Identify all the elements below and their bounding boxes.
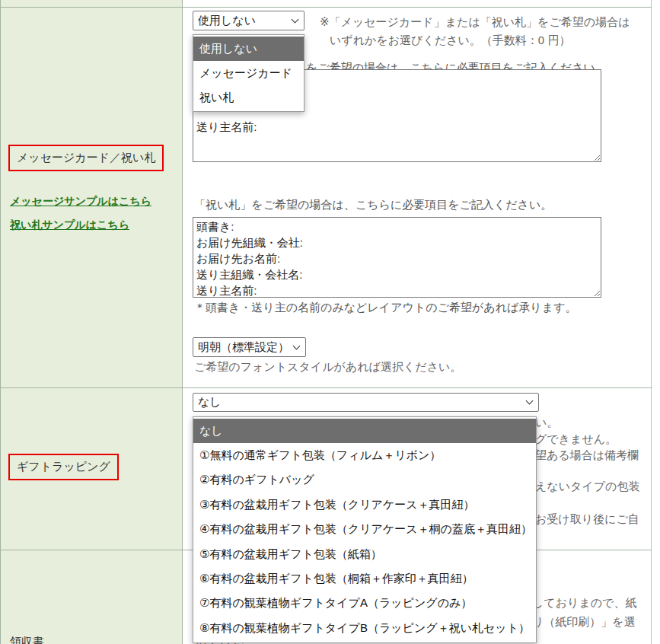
row-divider-top: [0, 7, 652, 8]
form-label-column: [0, 0, 183, 644]
gift-option-none[interactable]: なし: [193, 419, 536, 443]
card-usage-dropdown: 使用しない メッセージカード 祝い札: [193, 34, 304, 112]
row-divider-gift: [0, 387, 652, 388]
layout-note: ＊頭書き・送り主の名前のみなどレイアウトのご希望があれば承ります。: [194, 301, 576, 315]
chevron-down-icon: [526, 397, 534, 405]
gift-wrapping-dropdown: なし ①無料の通常ギフト包装（フィルム＋リボン） ②有料のギフトバッグ ③有料の…: [193, 416, 537, 643]
card-usage-select-value: 使用しない: [198, 14, 292, 28]
font-style-select[interactable]: 明朝（標準設定）: [193, 337, 306, 357]
gift-option-8[interactable]: ⑧有料の観葉植物ギフトタイプB（ラッピング＋祝い札セット）: [193, 616, 536, 640]
gift-option-2[interactable]: ②有料のギフトバッグ: [193, 468, 536, 493]
bg-fragment: り（紙印刷）」を選: [532, 615, 636, 630]
chevron-down-icon: [293, 342, 301, 349]
message-sample-link[interactable]: メッセージサンプルはこちら: [10, 195, 151, 209]
gift-wrapping-row-label: ギフトラッピング: [8, 454, 119, 480]
usage-note-line1: ※「メッセージカード」または「祝い札」をご希望の場合は: [320, 13, 630, 31]
message-card-row-label: メッセージカード／祝い札: [8, 145, 164, 171]
bg-fragment: 望ある場合は備考欄: [535, 448, 639, 463]
card-usage-option-none[interactable]: 使用しない: [193, 37, 304, 61]
gift-option-6[interactable]: ⑥有料の盆栽用ギフト包装（桐箱＋作家印＋真田紐）: [193, 566, 536, 591]
bg-fragment: お受け取り後にご自: [535, 512, 639, 527]
gift-option-3[interactable]: ③有料の盆栽用ギフト包装（クリアケース＋真田紐）: [193, 493, 536, 517]
table-right-border: [651, 0, 652, 644]
card-usage-select[interactable]: 使用しない: [193, 11, 304, 30]
fuda-textarea[interactable]: 頭書き: お届け先組織・会社: お届け先お名前: 送り主組織・会社名: 送り主名…: [193, 217, 601, 298]
bg-fragment: えないタイプの包装: [535, 480, 639, 494]
fuda-sample-link[interactable]: 祝い札サンプルはこちら: [10, 218, 129, 232]
gift-option-4[interactable]: ④有料の盆栽用ギフト包装（クリアケース＋桐の蓋底＋真田紐）: [193, 518, 536, 542]
bg-fragment: い。: [535, 416, 558, 430]
fuda-hint: 「祝い札」をご希望の場合は、こちらに必要項目をご記入ください。: [194, 198, 552, 212]
gift-wrapping-select-value: なし: [198, 395, 527, 410]
bg-fragment: しておりまので、紙: [532, 596, 636, 611]
order-options-form: メッセージカード／祝い札 メッセージサンプルはこちら 祝い札サンプルはこちら ギ…: [0, 0, 660, 644]
receipt-row-label: 領収書: [10, 635, 44, 644]
chevron-down-icon: [292, 15, 299, 23]
gift-option-7[interactable]: ⑦有料の観葉植物ギフトタイプA（ラッピングのみ）: [193, 591, 536, 616]
font-style-select-value: 明朝（標準設定）: [198, 340, 294, 355]
gift-option-5[interactable]: ⑤有料の盆栽用ギフト包装（紙箱）: [193, 542, 536, 566]
bg-fragment: グできません。: [535, 432, 617, 447]
gift-option-1[interactable]: ①無料の通常ギフト包装（フィルム＋リボン）: [193, 443, 536, 467]
usage-note-line2: いずれかをお選びください。（手数料：0 円）: [330, 31, 570, 49]
font-note: ご希望のフォントスタイルがあれば選択ください。: [194, 358, 461, 376]
gift-wrapping-select[interactable]: なし: [193, 393, 539, 412]
card-usage-option-fuda[interactable]: 祝い札: [193, 85, 304, 110]
card-usage-option-message-card[interactable]: メッセージカード: [193, 61, 304, 85]
